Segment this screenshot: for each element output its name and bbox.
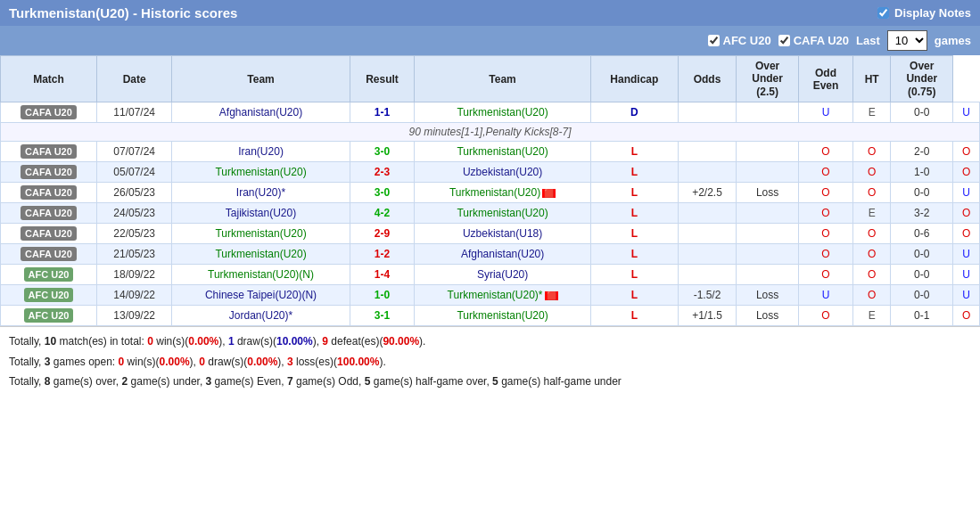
afc-checkbox[interactable] [708, 35, 720, 46]
cell-date: 07/07/24 [96, 142, 171, 162]
cell-ht: 0-0 [891, 285, 953, 306]
cell-result: 2-9 [350, 224, 415, 244]
cell-date: 13/09/22 [96, 306, 171, 326]
col-ht: HT [852, 56, 890, 102]
cell-team1: Iran(U20) [172, 142, 350, 162]
cell-outcome: L [590, 183, 678, 203]
cell-result: 3-0 [350, 183, 415, 203]
cell-ht: 1-0 [891, 162, 953, 183]
page-title: Turkmenistan(U20) - Historic scores [9, 5, 237, 20]
cafa-checkbox[interactable] [778, 35, 790, 46]
cell-odds: Loss [737, 306, 799, 326]
table-row: AFC U20 14/09/22 Chinese Taipei(U20)(N) … [1, 285, 980, 306]
cell-team2: Turkmenistan(U20) [415, 203, 590, 224]
cell-handicap: -1.5/2 [678, 285, 736, 306]
table-row: AFC U20 18/09/22 Turkmenistan(U20)(N) 1-… [1, 265, 980, 285]
cell-handicap [678, 102, 736, 123]
cell-outcome: L [590, 224, 678, 244]
cell-team2: Uzbekistan(U20) [415, 162, 590, 183]
cell-oe: O [852, 142, 890, 162]
cell-league: CAFA U20 [1, 203, 97, 224]
filter-bar: AFC U20 CAFA U20 Last 10 5 15 20 games [0, 26, 980, 55]
cell-date: 05/07/24 [96, 162, 171, 183]
cell-team2: Turkmenistan(U20)*🟥 [415, 285, 590, 306]
cell-handicap [678, 224, 736, 244]
cell-oe: O [852, 162, 890, 183]
cell-ou075: O [953, 203, 980, 224]
cell-team2: Turkmenistan(U20) [415, 142, 590, 162]
cell-oe: E [852, 102, 890, 123]
summary-section: Totally, 10 match(es) in total: 0 win(s)… [0, 326, 980, 397]
cell-ht: 0-6 [891, 224, 953, 244]
cell-outcome: D [590, 102, 678, 123]
cell-handicap [678, 244, 736, 265]
cell-outcome: L [590, 306, 678, 326]
table-row: CAFA U20 22/05/23 Turkmenistan(U20) 2-9 … [1, 224, 980, 244]
league-badge: CAFA U20 [21, 105, 77, 119]
league-badge: AFC U20 [24, 267, 74, 282]
cell-odds [737, 162, 799, 183]
games-select[interactable]: 10 5 15 20 [887, 30, 927, 51]
cell-oe: E [852, 203, 890, 224]
cell-date: 21/05/23 [96, 244, 171, 265]
cell-outcome: L [590, 244, 678, 265]
cell-odds [737, 142, 799, 162]
cell-result: 1-4 [350, 265, 415, 285]
cell-team1: Afghanistan(U20) [172, 102, 350, 123]
league-badge: AFC U20 [24, 288, 74, 302]
cell-date: 11/07/24 [96, 102, 171, 123]
league-badge: CAFA U20 [21, 165, 77, 179]
cell-team2: Turkmenistan(U20) [415, 306, 590, 326]
cell-league: CAFA U20 [1, 162, 97, 183]
league-badge: CAFA U20 [21, 185, 77, 200]
cell-date: 26/05/23 [96, 183, 171, 203]
cell-team2: Syria(U20) [415, 265, 590, 285]
cell-league: AFC U20 [1, 285, 97, 306]
cell-oe: O [852, 224, 890, 244]
display-notes-label: Display Notes [894, 6, 971, 20]
cell-outcome: L [590, 203, 678, 224]
cell-league: CAFA U20 [1, 244, 97, 265]
col-handicap: Handicap [590, 56, 678, 102]
cell-ou25: O [798, 183, 852, 203]
red-card-icon: 🟥 [545, 291, 558, 300]
cell-team2: Turkmenistan(U20) [415, 102, 590, 123]
cell-date: 22/05/23 [96, 224, 171, 244]
league-badge: CAFA U20 [21, 206, 77, 220]
cell-ht: 0-0 [891, 265, 953, 285]
cell-odds [737, 244, 799, 265]
summary-line2: Totally, 3 games open: 0 win(s)(0.00%), … [9, 353, 971, 371]
cell-date: 18/09/22 [96, 265, 171, 285]
afc-filter: AFC U20 [708, 34, 771, 47]
table-row: CAFA U20 24/05/23 Tajikistan(U20) 4-2 Tu… [1, 203, 980, 224]
cell-ht: 3-2 [891, 203, 953, 224]
league-badge: AFC U20 [24, 308, 74, 323]
cell-ou075: O [953, 162, 980, 183]
col-odds: Odds [678, 56, 736, 102]
cell-ou25: O [798, 244, 852, 265]
table-row: CAFA U20 05/07/24 Turkmenistan(U20) 2-3 … [1, 162, 980, 183]
cell-handicap [678, 142, 736, 162]
display-notes-checkbox[interactable] [877, 7, 889, 19]
cell-oe: O [852, 183, 890, 203]
display-notes-area: Display Notes [877, 6, 971, 20]
cafa-filter: CAFA U20 [778, 34, 849, 47]
cell-team1: Turkmenistan(U20) [172, 224, 350, 244]
cell-ou25: U [798, 102, 852, 123]
cell-result: 4-2 [350, 203, 415, 224]
cell-team1: Turkmenistan(U20) [172, 244, 350, 265]
cell-league: AFC U20 [1, 306, 97, 326]
cell-ht: 0-1 [891, 306, 953, 326]
col-match: Match [1, 56, 97, 102]
cell-ou075: O [953, 142, 980, 162]
cell-ou075: O [953, 224, 980, 244]
cell-team1: Tajikistan(U20) [172, 203, 350, 224]
cell-result: 3-0 [350, 142, 415, 162]
cell-oe: O [852, 244, 890, 265]
cell-result: 1-1 [350, 102, 415, 123]
table-row: CAFA U20 26/05/23 Iran(U20)* 3-0 Turkmen… [1, 183, 980, 203]
table-header-row: Match Date Team Result Team Handicap Odd… [1, 56, 980, 102]
cell-oe: O [852, 285, 890, 306]
col-result: Result [350, 56, 415, 102]
cell-ht: 0-0 [891, 102, 953, 123]
